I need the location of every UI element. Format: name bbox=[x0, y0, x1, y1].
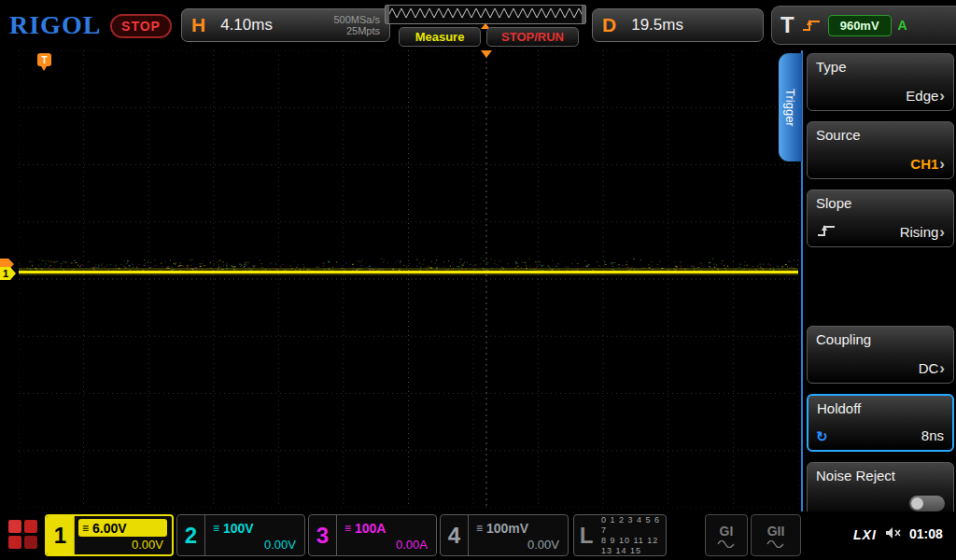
toggle-knob bbox=[911, 497, 923, 510]
trigger-position-marker[interactable] bbox=[481, 50, 492, 58]
coupling-icon: ≡ bbox=[82, 522, 89, 535]
memory-depth: 25Mpts bbox=[333, 25, 380, 36]
channel-1-offset: 0.00V bbox=[78, 538, 167, 552]
noise-reject-label: Noise Reject bbox=[816, 468, 945, 483]
holdoff-value: 8ns bbox=[921, 427, 944, 443]
trigger-level-value: 960mV bbox=[828, 15, 892, 36]
chevron-right-icon: › bbox=[939, 158, 945, 171]
trigger-slope-icon bbox=[801, 18, 822, 33]
acquisition-rates: 500MSa/s 25Mpts bbox=[333, 14, 380, 36]
delay-label: D bbox=[602, 14, 616, 36]
holdoff-label: Holdoff bbox=[817, 400, 944, 416]
stop-run-button[interactable]: STOP/RUN bbox=[486, 27, 579, 47]
trigger-time-flag[interactable]: T bbox=[37, 53, 51, 66]
noise-reject-toggle[interactable] bbox=[909, 496, 945, 511]
timebase-value: 4.10ms bbox=[220, 16, 333, 35]
trigger-menu-tab[interactable]: Trigger bbox=[779, 53, 802, 161]
measure-button[interactable]: Measure bbox=[399, 27, 481, 47]
menu-item-source[interactable]: Source CH1› bbox=[807, 121, 954, 179]
channel-4-number: 4 bbox=[441, 515, 469, 555]
channel-3-offset: 0.00A bbox=[341, 538, 431, 552]
menu-item-coupling[interactable]: Coupling DC› bbox=[807, 326, 954, 384]
delay-settings-box[interactable]: D 19.5ms bbox=[592, 8, 764, 42]
graticule-and-trace bbox=[19, 50, 798, 508]
slope-value: Rising bbox=[900, 224, 939, 240]
menu-item-type[interactable]: Type Edge› bbox=[807, 53, 954, 111]
channel-status-bar: 1 ≡6.00V 0.00V 2 ≡100V 0.00V 3 ≡100A 0.0… bbox=[0, 511, 956, 560]
coupling-icon: ≡ bbox=[344, 522, 351, 535]
speaker-muted-icon[interactable] bbox=[885, 525, 902, 540]
generator-1-block[interactable]: GI bbox=[705, 514, 748, 556]
channel-2-block[interactable]: 2 ≡100V 0.00V bbox=[176, 514, 305, 556]
channel-3-scale: 100A bbox=[355, 521, 386, 536]
channel-3-block[interactable]: 3 ≡100A 0.00A bbox=[308, 514, 437, 556]
rigol-logo: RIGOL bbox=[9, 10, 101, 40]
lxi-indicator: LXI bbox=[853, 527, 877, 542]
channel-1-block[interactable]: 1 ≡6.00V 0.00V bbox=[45, 514, 174, 556]
channel-1-scale: 6.00V bbox=[92, 521, 127, 536]
horizontal-settings-box[interactable]: H 4.10ms 500MSa/s 25Mpts bbox=[181, 8, 390, 42]
chevron-right-icon: › bbox=[939, 226, 945, 239]
channel-4-offset: 0.00V bbox=[472, 538, 563, 552]
delay-value: 19.5ms bbox=[631, 16, 753, 35]
knob-rotate-icon: ↻ bbox=[816, 428, 828, 445]
channel-2-offset: 0.00V bbox=[209, 538, 300, 552]
channel-2-number: 2 bbox=[177, 515, 205, 555]
trigger-status-box[interactable]: T 960mV A bbox=[771, 6, 956, 45]
sine-wave-icon bbox=[766, 540, 785, 548]
coupling-label: Coupling bbox=[816, 331, 945, 347]
source-value: CH1 bbox=[910, 156, 938, 172]
function-grid-icon[interactable] bbox=[8, 520, 37, 549]
trigger-menu: Type Edge› Source CH1› Slope Rising› Cou… bbox=[801, 50, 956, 520]
channel-1-number: 1 bbox=[47, 516, 75, 554]
trigger-source-indicator: A bbox=[898, 18, 907, 33]
horizontal-label: H bbox=[191, 14, 205, 36]
system-clock: 01:08 bbox=[909, 526, 943, 541]
type-value: Edge bbox=[906, 88, 938, 104]
channel-3-number: 3 bbox=[309, 515, 337, 555]
source-label: Source bbox=[816, 127, 945, 143]
logic-label: L bbox=[574, 515, 598, 555]
waveform-display[interactable] bbox=[19, 50, 798, 508]
sine-wave-icon bbox=[717, 540, 736, 548]
generator-2-block[interactable]: GII bbox=[751, 514, 801, 556]
coupling-value: DC bbox=[919, 360, 939, 376]
logic-channels-block[interactable]: L 0 1 2 3 4 5 6 7 8 9 10 11 12 13 14 15 bbox=[573, 514, 667, 556]
channel-4-block[interactable]: 4 ≡100mV 0.00V bbox=[440, 514, 569, 556]
logic-row-1: 0 1 2 3 4 5 6 7 bbox=[601, 515, 666, 536]
channel-4-scale: 100mV bbox=[486, 521, 528, 536]
sample-rate: 500MSa/s bbox=[333, 14, 380, 25]
coupling-icon: ≡ bbox=[213, 522, 219, 535]
ch1-ground-marker[interactable]: 1 bbox=[0, 267, 16, 280]
coupling-icon: ≡ bbox=[476, 522, 483, 535]
channel-2-scale: 100V bbox=[223, 521, 254, 536]
generator-2-label: GII bbox=[767, 524, 785, 539]
generator-1-label: GI bbox=[720, 524, 734, 539]
type-label: Type bbox=[816, 59, 945, 75]
overview-waveform bbox=[386, 6, 585, 23]
menu-item-holdoff[interactable]: Holdoff ↻ 8ns bbox=[807, 394, 954, 452]
slope-label: Slope bbox=[816, 195, 945, 211]
menu-item-slope[interactable]: Slope Rising› bbox=[807, 189, 954, 247]
trigger-label: T bbox=[780, 12, 794, 38]
chevron-right-icon: › bbox=[939, 90, 945, 103]
waveform-overview-strip[interactable] bbox=[385, 5, 586, 24]
logic-row-2: 8 9 10 11 12 13 14 15 bbox=[601, 536, 666, 556]
chevron-right-icon: › bbox=[939, 362, 945, 375]
rising-edge-icon bbox=[816, 224, 836, 238]
overview-right-handle[interactable] bbox=[582, 6, 585, 23]
overview-left-handle[interactable] bbox=[386, 6, 389, 23]
acquisition-state-badge: STOP bbox=[110, 14, 172, 38]
